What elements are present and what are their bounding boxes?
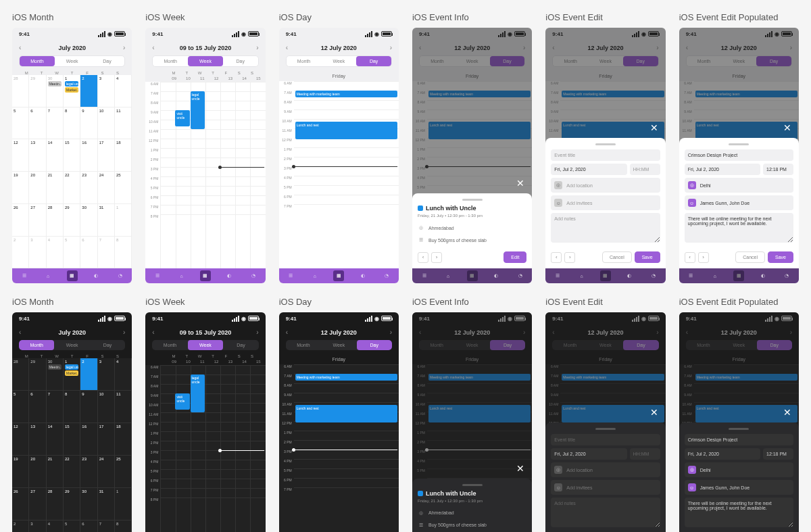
event-chip[interactable]: legal uncle bbox=[65, 81, 78, 87]
month-cell[interactable]: 18 bbox=[115, 139, 132, 172]
calendar-icon[interactable]: ▦ bbox=[200, 270, 211, 281]
seg-month[interactable]: Month bbox=[152, 340, 187, 350]
event-block[interactable]: Lunch and rest bbox=[695, 405, 797, 422]
bell-icon[interactable]: ◔ bbox=[248, 270, 259, 281]
seg-month[interactable]: Month bbox=[20, 56, 55, 66]
month-cell[interactable]: 4 bbox=[47, 237, 64, 269]
month-cell[interactable]: 29 bbox=[29, 75, 46, 107]
view-segmented[interactable]: MonthWeekDay bbox=[686, 55, 792, 67]
event-block[interactable]: Meeting with marketing team bbox=[295, 374, 397, 381]
seg-week[interactable]: Week bbox=[721, 56, 756, 66]
home-icon[interactable]: ⌂ bbox=[710, 270, 720, 281]
view-segmented[interactable]: MonthWeekDay bbox=[19, 340, 125, 350]
next-button[interactable]: › bbox=[390, 329, 392, 336]
seg-month[interactable]: Month bbox=[286, 340, 321, 350]
view-segmented[interactable]: MonthWeekDay bbox=[286, 340, 392, 350]
month-cell[interactable]: 12 bbox=[12, 139, 29, 172]
view-segmented[interactable]: MonthWeekDay bbox=[552, 340, 658, 350]
view-segmented[interactable]: MonthWeekDay bbox=[19, 55, 125, 67]
month-cell[interactable]: 10 bbox=[98, 391, 115, 423]
month-cell[interactable]: 7 bbox=[47, 107, 64, 140]
view-segmented[interactable]: MonthWeekDay bbox=[686, 340, 792, 350]
month-cell[interactable]: 30 bbox=[80, 204, 97, 237]
month-cell[interactable]: 21 bbox=[47, 172, 64, 204]
month-cell[interactable]: 26 bbox=[12, 204, 29, 237]
seg-day[interactable]: Day bbox=[90, 340, 125, 350]
month-cell[interactable]: 8 bbox=[64, 107, 80, 140]
seg-day[interactable]: Day bbox=[490, 340, 525, 350]
month-cell[interactable]: 13 bbox=[29, 423, 46, 456]
month-cell[interactable]: 8 bbox=[115, 237, 132, 269]
seg-month[interactable]: Month bbox=[687, 56, 722, 66]
month-cell[interactable]: 9 bbox=[80, 107, 97, 140]
month-cell[interactable]: 22 bbox=[64, 172, 80, 204]
chat-icon[interactable]: ◐ bbox=[91, 270, 101, 281]
month-cell[interactable]: 8 bbox=[64, 391, 80, 423]
seg-month[interactable]: Month bbox=[287, 56, 322, 66]
menu-icon[interactable]: ☰ bbox=[152, 270, 163, 281]
chat-icon[interactable]: ◐ bbox=[358, 270, 368, 281]
calendar-icon[interactable]: ▦ bbox=[600, 270, 611, 281]
event-block[interactable]: Lunch and rest bbox=[695, 122, 797, 139]
month-cell[interactable]: 16 bbox=[80, 423, 97, 456]
month-cell[interactable]: 19 bbox=[12, 456, 29, 488]
event-block[interactable]: Meeting with marketing team bbox=[428, 374, 531, 381]
month-cell[interactable]: 8 bbox=[115, 521, 132, 532]
month-cell[interactable]: 3 bbox=[29, 521, 46, 532]
month-cell[interactable]: 29 bbox=[29, 358, 46, 391]
month-cell[interactable]: 7 bbox=[98, 237, 115, 269]
bell-icon[interactable]: ◔ bbox=[648, 270, 659, 281]
month-cell[interactable]: 4 bbox=[115, 358, 132, 391]
next-button[interactable]: › bbox=[123, 329, 125, 336]
seg-month[interactable]: Month bbox=[419, 340, 454, 350]
month-cell[interactable]: 2 bbox=[12, 237, 29, 269]
month-cell[interactable]: 24 bbox=[98, 456, 115, 488]
event-chip[interactable]: Meetin... bbox=[48, 81, 62, 87]
seg-day[interactable]: Day bbox=[490, 56, 525, 66]
month-cell[interactable]: 11 bbox=[115, 107, 132, 140]
event-block[interactable]: legal uncle bbox=[191, 374, 205, 412]
seg-day[interactable]: Day bbox=[623, 340, 658, 350]
month-cell[interactable]: 21 bbox=[47, 456, 64, 488]
view-segmented[interactable]: MonthWeekDay bbox=[152, 340, 258, 350]
month-cell[interactable]: 23 bbox=[80, 456, 97, 488]
event-block[interactable]: Meeting with marketing team bbox=[562, 374, 664, 381]
next-button[interactable]: › bbox=[123, 44, 125, 51]
next-button[interactable]: › bbox=[523, 329, 525, 336]
view-segmented[interactable]: MonthWeekDay bbox=[419, 340, 525, 350]
event-block[interactable]: Meeting with marketing team bbox=[295, 91, 397, 97]
month-cell[interactable]: 22 bbox=[64, 456, 80, 488]
next-button[interactable]: › bbox=[790, 329, 792, 336]
month-cell[interactable]: 16 bbox=[80, 139, 97, 172]
seg-month[interactable]: Month bbox=[686, 340, 721, 350]
month-cell[interactable]: 29 bbox=[64, 204, 80, 237]
month-cell[interactable]: 15 bbox=[64, 139, 80, 172]
seg-day[interactable]: Day bbox=[757, 340, 792, 350]
view-segmented[interactable]: MonthWeekDay bbox=[552, 55, 658, 67]
next-button[interactable]: › bbox=[256, 329, 258, 336]
seg-day[interactable]: Day bbox=[223, 56, 258, 66]
month-cell[interactable]: 4 bbox=[115, 75, 132, 107]
month-cell[interactable]: 28 bbox=[47, 488, 64, 521]
seg-week[interactable]: Week bbox=[721, 340, 756, 350]
home-icon[interactable]: ⌂ bbox=[43, 270, 53, 281]
month-cell[interactable]: 7 bbox=[98, 521, 115, 532]
seg-week[interactable]: Week bbox=[321, 340, 356, 350]
month-cell[interactable]: 5 bbox=[64, 521, 80, 532]
seg-month[interactable]: Month bbox=[153, 56, 188, 66]
month-cell[interactable]: 1 bbox=[115, 488, 132, 521]
event-block[interactable]: Lunch and rest bbox=[562, 122, 664, 139]
event-chip[interactable]: legal uncle bbox=[65, 364, 78, 370]
seg-week[interactable]: Week bbox=[588, 340, 623, 350]
month-cell[interactable]: 30Meetin... bbox=[47, 358, 64, 391]
event-block[interactable]: visit uncle bbox=[175, 393, 190, 410]
month-cell[interactable]: 1 bbox=[115, 204, 132, 237]
month-cell[interactable]: 6 bbox=[80, 237, 97, 269]
month-cell[interactable]: 1legal uncleMarket... bbox=[64, 75, 80, 107]
next-button[interactable]: › bbox=[790, 44, 792, 51]
next-button[interactable]: › bbox=[256, 44, 258, 51]
month-cell[interactable]: 12 bbox=[12, 423, 29, 456]
seg-week[interactable]: Week bbox=[321, 56, 356, 66]
month-cell[interactable]: 28 bbox=[47, 204, 64, 237]
month-cell[interactable]: 5 bbox=[64, 237, 80, 269]
